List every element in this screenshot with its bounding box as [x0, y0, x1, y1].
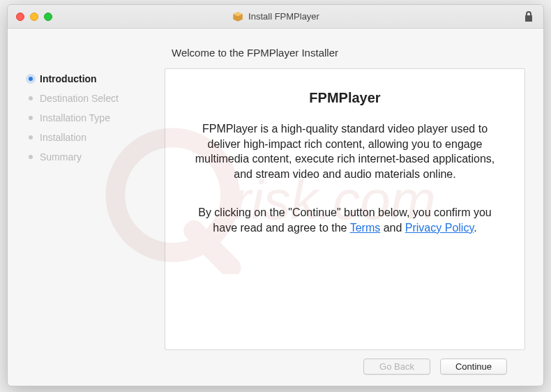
window-title: Install FPMPlayer	[248, 11, 319, 22]
content-description: FPMPlayer is a high-quality standard vid…	[185, 121, 505, 181]
bullet-icon	[29, 77, 33, 81]
content-agreement: By clicking on the "Continue" button bel…	[185, 205, 505, 235]
sidebar-step-label: Introduction	[40, 73, 97, 84]
footer: Go Back Continue	[165, 350, 525, 375]
agree-text-middle: and	[380, 222, 405, 234]
main: Welcome to the FPMPlayer Installer FPMPl…	[165, 29, 543, 386]
sidebar-step-installation-type: Installation Type	[29, 108, 165, 128]
sidebar-step-destination-select: Destination Select	[29, 89, 165, 108]
content-box: FPMPlayer FPMPlayer is a high-quality st…	[165, 68, 525, 350]
go-back-button: Go Back	[363, 359, 430, 375]
close-icon[interactable]	[16, 13, 24, 21]
window-controls	[16, 13, 52, 21]
lock-icon[interactable]	[524, 10, 534, 26]
content-title: FPMPlayer	[185, 90, 505, 106]
continue-button[interactable]: Continue	[440, 359, 507, 375]
privacy-policy-link[interactable]: Privacy Policy	[405, 222, 474, 234]
sidebar-step-summary: Summary	[29, 147, 165, 167]
sidebar-step-label: Destination Select	[40, 93, 119, 104]
bullet-icon	[29, 135, 33, 140]
sidebar-step-label: Installation	[40, 132, 86, 143]
body: Introduction Destination Select Installa…	[8, 29, 543, 386]
installer-window: Install FPMPlayer Introduction Destinati…	[7, 4, 544, 386]
sidebar-step-label: Summary	[40, 151, 82, 163]
sidebar: Introduction Destination Select Installa…	[8, 29, 165, 386]
minimize-icon[interactable]	[30, 13, 38, 21]
sidebar-step-introduction: Introduction	[29, 69, 165, 89]
package-icon	[232, 10, 244, 23]
sidebar-step-label: Installation Type	[40, 112, 110, 123]
window-title-group: Install FPMPlayer	[232, 10, 319, 23]
maximize-icon[interactable]	[44, 13, 52, 21]
main-heading: Welcome to the FPMPlayer Installer	[165, 37, 525, 68]
terms-link[interactable]: Terms	[350, 222, 381, 234]
titlebar: Install FPMPlayer	[8, 5, 543, 29]
bullet-icon	[29, 155, 33, 159]
bullet-icon	[29, 116, 33, 120]
sidebar-step-installation: Installation	[29, 128, 165, 147]
bullet-icon	[29, 96, 33, 100]
agree-text-suffix: .	[474, 222, 476, 234]
